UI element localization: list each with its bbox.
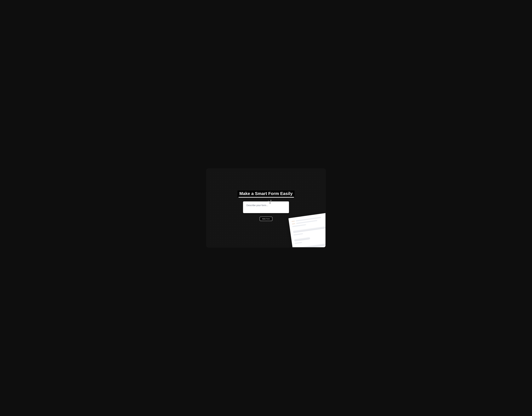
hero-panel: Make a Smart Form Easily Make Form [206, 169, 326, 247]
make-form-button[interactable]: Make Form [260, 217, 272, 221]
prompt-input[interactable] [243, 201, 289, 213]
hero-headline: Make a Smart Form Easily [237, 190, 295, 197]
headline-underline [239, 197, 294, 198]
prompt-input-wrap [243, 201, 289, 214]
headline-wrap: Make a Smart Form Easily [237, 190, 295, 197]
